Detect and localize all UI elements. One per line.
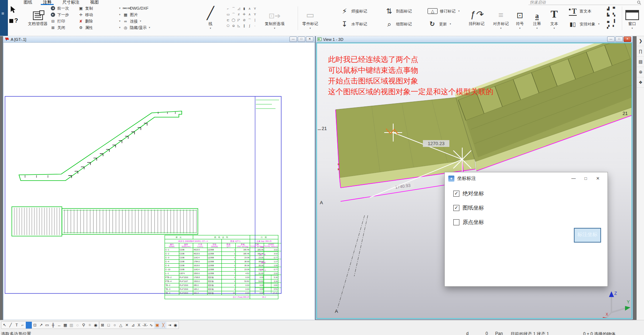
align-option-icon[interactable]: ▟: [605, 6, 611, 12]
update-button[interactable]: ↻ 更新 ▾: [428, 19, 460, 29]
sketch-tool-icon[interactable]: ◿: [236, 6, 241, 11]
chevron-down-icon[interactable]: ▾: [140, 20, 141, 23]
sketch-tool-icon[interactable]: ∫: [247, 23, 252, 29]
drawing-canvas[interactable]: 修 次 图 纸 说 明 日 期 构件号 (MEMBER MARK): GT—1 …: [4, 43, 314, 320]
side-panel-icon[interactable]: ❖: [637, 77, 644, 88]
chevron-down-icon[interactable]: ▾: [149, 26, 150, 29]
chevron-down-icon[interactable]: ▾: [119, 26, 123, 29]
toolbar-button[interactable]: ╫: [50, 322, 56, 329]
sketch-tool-icon[interactable]: ▮: [241, 6, 247, 11]
snap-toggle-button[interactable]: ⇥: [166, 322, 172, 329]
snap-toggle-button[interactable]: -X-: [142, 322, 148, 329]
sketch-tool-icon[interactable]: ⌒: [231, 11, 236, 17]
ribbon-item[interactable]: ⚙ 属性: [78, 24, 93, 31]
sketch-tool-icon[interactable]: ✛: [241, 11, 247, 17]
toolbar-button[interactable]: ⊡: [32, 322, 38, 329]
quick-launch[interactable]: 快速启动: [528, 0, 641, 5]
ribbon-item[interactable]: ▣ 复制: [78, 5, 93, 11]
ribbon-item[interactable]: ▾ ▦ 图片 ▾: [119, 11, 152, 18]
ribbon-item[interactable]: ⊟ 打印: [50, 18, 69, 24]
sketch-tool-icon[interactable]: Υ: [252, 6, 258, 11]
chevron-down-icon[interactable]: ▾: [598, 23, 600, 25]
sketch-tool-icon[interactable]: ∥: [241, 23, 247, 29]
close-button[interactable]: ✕: [306, 37, 313, 42]
chevron-down-icon[interactable]: ▾: [119, 13, 123, 16]
text-button[interactable]: T 文本 ▾: [550, 5, 558, 30]
align-marks-button[interactable]: ≡ 对齐标记 ▾: [493, 5, 509, 30]
ribbon-item[interactable]: ⊠ 关闭: [50, 24, 69, 31]
checkbox[interactable]: ✓: [453, 219, 459, 225]
toolbar-button[interactable]: ▦: [62, 322, 68, 329]
line-tool-button[interactable]: ╱ 线 ▾: [207, 5, 214, 30]
align-option-icon[interactable]: ▀: [611, 6, 617, 12]
side-panel-icon[interactable]: ∏: [637, 46, 644, 57]
sketch-tool-icon[interactable]: ≠: [236, 11, 241, 17]
hamburger-menu-icon[interactable]: ≡: [1, 11, 4, 16]
minimize-button[interactable]: —: [607, 37, 615, 42]
sketch-tool-icon[interactable]: ∧: [247, 11, 252, 17]
sketch-tool-icon[interactable]: ∣: [252, 17, 258, 23]
sketch-tool-icon[interactable]: ⌒: [247, 17, 252, 23]
doc-manager-button[interactable]: 文档管理器: [28, 5, 48, 27]
level-mark-button[interactable]: ↧ 水平标记: [340, 19, 367, 29]
toolbar-button[interactable]: ↖: [1, 322, 8, 329]
align-option-icon[interactable]: ▄: [605, 18, 611, 24]
chevron-down-icon[interactable]: ▾: [274, 27, 275, 30]
rich-text-button[interactable]: T 富文本: [568, 6, 600, 16]
chevron-down-icon[interactable]: ▾: [119, 7, 123, 10]
checkbox-row[interactable]: ✓ 原点坐标: [453, 219, 608, 226]
ribbon-tab[interactable]: 图纸: [21, 0, 34, 5]
sketch-tool-icon[interactable]: ·: [252, 23, 258, 29]
side-panel-icon[interactable]: ⊕: [637, 67, 644, 77]
snap-toggle-button[interactable]: △: [118, 322, 124, 329]
toolbar-button[interactable]: ╱: [8, 322, 14, 329]
chevron-down-icon[interactable]: ▾: [119, 20, 123, 23]
arrange-objects-button[interactable]: ▮▯ 安排对象 ▾: [568, 19, 600, 29]
checkbox-row[interactable]: ✓ 图纸坐标: [453, 205, 608, 211]
ribbon-item[interactable]: ✛ 移动: [78, 11, 93, 18]
cursor-arrow-icon[interactable]: [9, 6, 17, 14]
snap-toggle-button[interactable]: ⊠: [99, 322, 106, 329]
sketch-tool-icon[interactable]: ◯: [231, 17, 236, 23]
annotate-coordinates-button[interactable]: 标注坐标: [574, 228, 601, 243]
dialog-titlebar[interactable]: ✦ 坐标标注 — □ ✕: [445, 172, 608, 185]
section-mark-button[interactable]: ⇅ 剖面标记: [385, 6, 412, 16]
dialog-minimize-button[interactable]: —: [567, 173, 580, 184]
ribbon-tab[interactable]: 尺寸标注: [60, 0, 82, 5]
detail-mark-button[interactable]: ⌕ 细部标记: [385, 19, 412, 29]
ribbon-item[interactable]: ► 下一步: [50, 11, 69, 18]
snap-toggle-button[interactable]: ✕: [124, 322, 130, 329]
chevron-down-icon[interactable]: ▾: [536, 27, 538, 30]
ribbon-item[interactable]: ▾ ◎ 隐藏/显示 ▾: [119, 24, 152, 31]
chevron-down-icon[interactable]: ▾: [631, 27, 633, 30]
toolbar-button[interactable]: T: [14, 322, 20, 329]
sketch-tool-icon[interactable]: Υ: [252, 11, 258, 17]
chevron-down-icon[interactable]: ▾: [500, 27, 502, 30]
sketch-tool-icon[interactable]: ⊘: [241, 17, 247, 23]
color-swatch-icon[interactable]: [9, 19, 13, 23]
minimize-button[interactable]: —: [289, 37, 297, 42]
align-option-icon[interactable]: ▘: [611, 24, 617, 30]
drawing-window-titlebar[interactable]: A [GT-.1] — □ ✕: [3, 36, 315, 43]
sketch-tool-icon[interactable]: ⌒: [231, 6, 236, 11]
chevron-down-icon[interactable]: ▾: [458, 10, 460, 13]
sketch-tool-icon[interactable]: ∧: [247, 6, 252, 11]
ribbon-tab[interactable]: 注释: [41, 0, 54, 5]
sketch-tool-icon[interactable]: ⊖: [231, 23, 236, 29]
toolbar-button[interactable]: ✳: [87, 322, 93, 329]
weld-mark-button[interactable]: ⚡ 焊接标记: [340, 6, 367, 16]
sketch-tool-icon[interactable]: ▭: [225, 11, 231, 17]
checkbox-row[interactable]: ✓ 绝对坐标: [453, 190, 608, 197]
ribbon-item[interactable]: ▾ ∞ 连接 ▾: [119, 18, 152, 24]
arrange-marks-button[interactable]: ƒ↷ 排列标记: [469, 5, 484, 27]
sketch-tool-icon[interactable]: ⌐: [225, 6, 231, 11]
snap-toggle-button[interactable]: ◉: [172, 322, 179, 329]
dialog-close-button[interactable]: ✕: [592, 173, 604, 184]
sketch-tool-icon[interactable]: ⊏: [225, 17, 231, 23]
ribbon-item[interactable]: ▾ DWG DXF DWG/DXF ▾: [119, 5, 152, 11]
sketch-tool-icon[interactable]: ◺: [236, 23, 241, 29]
note-button[interactable]: a 注释 ▾: [533, 5, 541, 30]
chevron-down-icon[interactable]: ▾: [553, 27, 555, 30]
checkbox[interactable]: ✓: [453, 191, 459, 197]
revision-mark-button[interactable]: △ 修订标记 ▾: [428, 6, 460, 16]
